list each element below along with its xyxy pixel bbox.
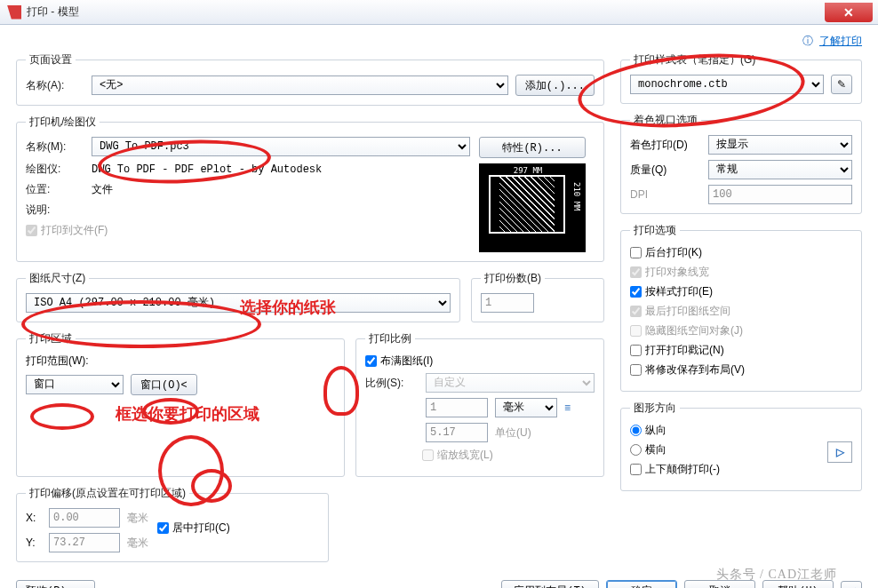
page-setup-group: 页面设置 名称(A): <无> 添加(.)... [16, 52, 604, 106]
upside-label: 上下颠倒打印(-) [645, 462, 720, 477]
plot-style-legend: 打印样式表（笔指定）(G) [630, 52, 759, 68]
center-plot-checkbox[interactable] [157, 522, 169, 534]
ok-button[interactable]: 确定 [606, 580, 677, 588]
location-value: 文件 [92, 182, 113, 197]
shade-select[interactable]: 按显示 [708, 135, 852, 155]
scale-unit-select[interactable]: 毫米 [495, 398, 557, 417]
opt-bg-checkbox[interactable] [630, 247, 642, 258]
plot-style-select[interactable]: monochrome.ctb [630, 75, 824, 94]
scale-lw-label: 缩放线宽(L) [437, 448, 493, 463]
opt-save-checkbox[interactable] [630, 364, 642, 376]
printer-name-label: 名称(M): [26, 139, 84, 155]
plot-scale-group: 打印比例 布满图纸(I) 比例(S): 自定义 毫米 [355, 331, 604, 477]
plot-offset-group: 打印偏移(原点设置在可打印区域) X: 毫米 Y: 毫米 [16, 486, 329, 562]
help-button[interactable]: 帮助(H) [762, 580, 834, 588]
opt-stamp-label: 打开打印戳记(N) [645, 343, 724, 358]
title-bar: 打印 - 模型 ✕ [0, 0, 878, 25]
opt-save-label: 将修改保存到布局(V) [645, 362, 745, 377]
portrait-label: 纵向 [645, 423, 666, 438]
shaded-legend: 着色视口选项 [630, 113, 701, 128]
plot-offset-legend: 打印偏移(原点设置在可打印区域) [26, 486, 189, 501]
close-button[interactable]: ✕ [825, 3, 873, 22]
apply-layout-button[interactable]: 应用到布局(T) [501, 580, 599, 588]
y-input [49, 533, 120, 552]
quality-label: 质量(Q) [630, 163, 701, 178]
plot-to-file-checkbox [26, 225, 37, 236]
copies-input [481, 293, 534, 313]
quality-select[interactable]: 常规 [708, 160, 852, 179]
scale-drawing-label: 单位(U) [495, 425, 531, 441]
plot-what-select[interactable]: 窗口 [26, 375, 124, 394]
dpi-input [708, 185, 852, 204]
dpi-label: DPI [630, 188, 701, 201]
x-input [49, 508, 120, 528]
scale-select: 自定义 [426, 373, 595, 393]
window-pick-button[interactable]: 窗口(O)< [131, 374, 197, 395]
plot-area-group: 打印区域 打印范围(W): 窗口 窗口(O)< [16, 331, 345, 477]
window-title: 打印 - 模型 [27, 4, 825, 20]
plot-style-group: 打印样式表（笔指定）(G) monochrome.ctb ✎ [620, 52, 862, 104]
opt-lw-label: 打印对象线宽 [645, 265, 709, 280]
plot-to-file-label: 打印到文件(F) [41, 223, 108, 238]
opt-styles-label: 按样式打印(E) [645, 284, 713, 299]
opt-pslast-checkbox [630, 306, 642, 317]
plotter-value: DWG To PDF - PDF ePlot - by Autodesk [92, 163, 322, 176]
orientation-icon: ▷ [827, 441, 852, 463]
equals-icon: ≡ [564, 401, 571, 414]
paper-size-select[interactable]: ISO A4 (297.00 x 210.00 毫米) [26, 293, 451, 313]
printer-name-select[interactable]: DWG To PDF.pc3 [92, 137, 470, 156]
opt-lw-checkbox [630, 266, 642, 278]
scale-unit-input [426, 398, 488, 417]
plot-scale-legend: 打印比例 [365, 331, 415, 346]
location-label: 位置: [26, 182, 84, 197]
scale-drawing-input [426, 423, 488, 442]
add-page-setup-button[interactable]: 添加(.)... [515, 75, 595, 96]
scale-label: 比例(S): [365, 376, 419, 391]
opt-hideps-label: 隐藏图纸空间对象(J) [645, 323, 743, 338]
scale-lw-checkbox [422, 449, 434, 461]
center-plot-label: 居中打印(C) [172, 520, 230, 536]
orientation-legend: 图形方向 [630, 401, 680, 416]
fit-to-paper-checkbox[interactable] [365, 355, 377, 367]
opt-hideps-checkbox [630, 325, 642, 337]
landscape-radio[interactable] [630, 444, 642, 456]
info-icon: ⓘ [802, 35, 813, 47]
opt-pslast-label: 最后打印图纸空间 [645, 304, 730, 319]
shade-label: 着色打印(D) [630, 138, 701, 153]
pencil-icon: ✎ [837, 78, 846, 91]
plot-what-label: 打印范围(W): [26, 354, 89, 369]
portrait-radio[interactable] [630, 425, 642, 436]
page-name-label: 名称(A): [26, 78, 84, 93]
plot-options-group: 打印选项 后台打印(K) 打印对象线宽 按样式打印(E) 最后打印图纸空间 隐藏… [620, 223, 862, 392]
collapse-button[interactable]: ◀ [841, 581, 862, 588]
preview-button[interactable]: 预览(P)... [16, 580, 95, 588]
copies-group: 打印份数(B) [471, 271, 604, 322]
printer-legend: 打印机/绘图仪 [26, 115, 100, 130]
opt-stamp-checkbox[interactable] [630, 345, 642, 356]
x-unit: 毫米 [127, 511, 148, 526]
plot-area-legend: 打印区域 [26, 331, 76, 346]
shaded-viewport-group: 着色视口选项 着色打印(D) 按显示 质量(Q) 常规 DPI [620, 113, 862, 214]
desc-label: 说明: [26, 203, 84, 218]
learn-link[interactable]: 了解打印 [819, 35, 862, 47]
options-legend: 打印选项 [630, 223, 680, 238]
opt-styles-checkbox[interactable] [630, 286, 642, 298]
cancel-button[interactable]: 取消 [684, 580, 755, 588]
y-label: Y: [26, 536, 42, 549]
page-name-select[interactable]: <无> [92, 75, 508, 95]
printer-group: 打印机/绘图仪 名称(M): DWG To PDF.pc3 绘图仪: DWG T… [16, 115, 604, 262]
app-icon [7, 5, 21, 20]
upside-checkbox[interactable] [630, 464, 642, 475]
paper-preview: 297 MM 210 MM [479, 163, 586, 252]
page-setup-legend: 页面设置 [26, 52, 76, 68]
printer-props-button[interactable]: 特性(R)... [479, 137, 586, 158]
opt-bg-label: 后台打印(K) [645, 245, 702, 260]
plot-style-edit-button[interactable]: ✎ [831, 75, 852, 94]
y-unit: 毫米 [127, 536, 148, 551]
orientation-group: 图形方向 纵向 横向 上下颠倒打印(-) ▷ [620, 401, 862, 491]
fit-to-paper-label: 布满图纸(I) [380, 354, 433, 369]
landscape-label: 横向 [645, 442, 666, 457]
plotter-label: 绘图仪: [26, 162, 84, 177]
x-label: X: [26, 512, 42, 524]
paper-size-group: 图纸尺寸(Z) ISO A4 (297.00 x 210.00 毫米) [16, 271, 460, 322]
